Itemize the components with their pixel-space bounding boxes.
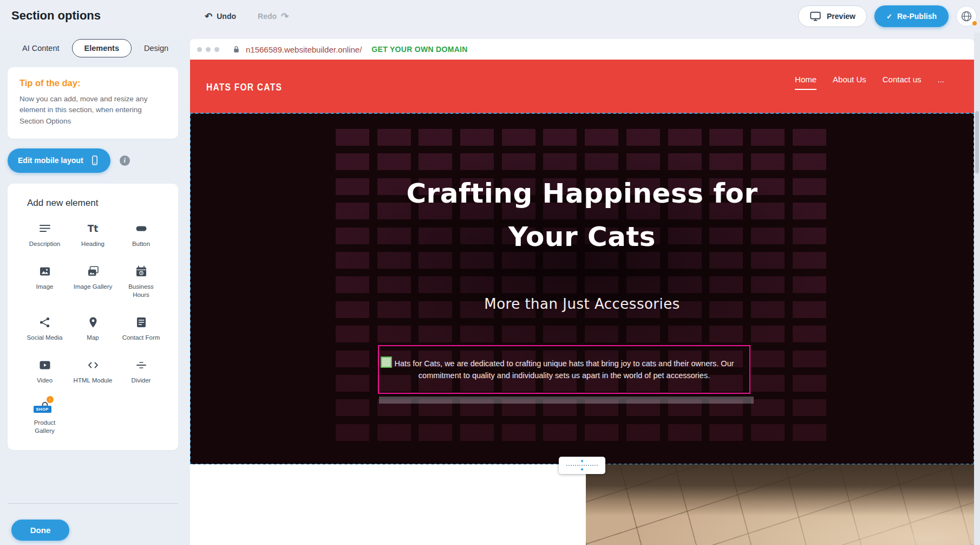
element-label: Divider: [132, 377, 151, 385]
element-item-description[interactable]: Description: [21, 222, 69, 248]
map-icon: [87, 315, 100, 329]
browser-bar: n1566589.websitebuilder.online/ GET YOUR…: [190, 39, 974, 60]
element-label: Image Gallery: [74, 283, 113, 291]
divider-icon: [135, 358, 148, 372]
lock-icon: [232, 45, 240, 54]
element-label: Map: [87, 334, 99, 342]
contact-form-icon: [135, 315, 148, 329]
get-domain-link[interactable]: GET YOUR OWN DOMAIN: [371, 45, 467, 54]
undo-icon: ↶: [205, 12, 212, 21]
hero-heading-line1: Crafting Happiness for: [190, 172, 974, 215]
element-item-heading[interactable]: Tt Heading: [69, 222, 117, 248]
sidebar-divider: [8, 503, 178, 504]
notification-dot: [972, 21, 977, 25]
nav-item-home[interactable]: Home: [795, 75, 816, 90]
check-icon: ✓: [886, 12, 892, 21]
arrow-down-icon: ▼: [580, 459, 584, 464]
tab-design[interactable]: Design: [137, 39, 175, 57]
preview-label: Preview: [827, 12, 855, 21]
site-canvas: n1566589.websitebuilder.online/ GET YOUR…: [190, 33, 980, 545]
element-item-video[interactable]: Video: [21, 358, 69, 385]
element-grid: Description Tt Heading Button Image: [8, 209, 178, 436]
upgrade-badge-icon: ↑: [47, 396, 54, 403]
element-label: Business Hours: [122, 283, 161, 299]
scrollbar-thumb[interactable]: [975, 111, 979, 173]
html-code-icon: [87, 358, 100, 372]
section-resize-handle[interactable]: ▼ ▲: [559, 457, 605, 474]
hero-paragraph-selected[interactable]: Hats for Cats, we are dedicated to craft…: [378, 345, 750, 394]
tip-body: Now you can add, move and resize any ele…: [19, 94, 166, 127]
element-item-html-module[interactable]: HTML Module: [69, 358, 117, 385]
heading-icon: Tt: [88, 222, 99, 236]
element-label: Image: [36, 283, 54, 291]
globe-icon: [960, 10, 973, 23]
edit-mobile-label: Edit mobile layout: [18, 156, 83, 165]
nav-more-ellipsis[interactable]: ...: [937, 75, 944, 89]
site-url: n1566589.websitebuilder.online/: [246, 45, 362, 54]
undo-label: Undo: [217, 12, 236, 21]
element-label: Social Media: [27, 334, 63, 342]
hero-shade-overlay: [190, 113, 974, 464]
element-label: Video: [37, 377, 53, 385]
monitor-icon: [809, 10, 821, 22]
edit-mobile-layout-button[interactable]: Edit mobile layout: [8, 148, 110, 173]
browser-dot: [214, 47, 219, 52]
mobile-layout-row: Edit mobile layout i: [8, 148, 178, 173]
resize-dotted-line: [566, 465, 598, 466]
republish-button[interactable]: ✓ Re-Publish: [874, 5, 949, 27]
element-item-product-gallery[interactable]: SHOP ↑ Product Gallery: [21, 400, 69, 435]
tab-ai-content[interactable]: AI Content: [15, 39, 67, 57]
preview-button[interactable]: Preview: [798, 5, 867, 27]
nav-item-about[interactable]: About Us: [833, 75, 866, 89]
element-item-button[interactable]: Button: [117, 222, 165, 248]
arrow-up-icon: ▲: [580, 467, 584, 471]
image-gallery-icon: [87, 264, 100, 278]
history-controls: ↶ Undo Redo ↷: [205, 0, 289, 33]
language-globe-button[interactable]: [956, 6, 977, 27]
element-label: Button: [132, 240, 150, 248]
redo-label: Redo: [258, 12, 277, 21]
scrollbar-track: [974, 33, 980, 545]
done-button[interactable]: Done: [11, 520, 69, 541]
info-icon[interactable]: i: [120, 155, 130, 166]
element-item-business-hours[interactable]: Business Hours: [117, 264, 165, 299]
floor-photo: [586, 464, 974, 545]
element-item-social-media[interactable]: Social Media: [21, 315, 69, 342]
element-item-image[interactable]: Image: [21, 264, 69, 299]
mobile-phone-icon: [89, 154, 100, 166]
element-label: HTML Module: [74, 377, 113, 385]
hero-heading[interactable]: Crafting Happiness for Your Cats: [190, 172, 974, 258]
browser-dot: [206, 47, 211, 52]
element-label: Heading: [81, 240, 104, 248]
description-icon: [38, 222, 51, 236]
add-element-card: Add new element Description Tt Heading B…: [8, 184, 178, 451]
nav-item-contact[interactable]: Contact us: [883, 75, 922, 89]
hero-heading-line2: Your Cats: [190, 215, 974, 258]
element-item-image-gallery[interactable]: Image Gallery: [69, 264, 117, 299]
sidebar-tabs: AI Content Elements Design: [0, 33, 190, 57]
undo-button[interactable]: ↶ Undo: [205, 12, 236, 21]
hero-paragraph-text: Hats for Cats, we are dedicated to craft…: [384, 358, 744, 382]
button-icon: [135, 222, 148, 236]
page-title: Section options: [11, 9, 101, 23]
element-label: Product Gallery: [25, 419, 64, 435]
site-nav: Home About Us Contact us ...: [795, 75, 944, 90]
redo-button[interactable]: Redo ↷: [258, 12, 289, 21]
product-gallery-icon: SHOP ↑: [38, 400, 52, 414]
site-logo[interactable]: HATS FOR CATS: [206, 81, 282, 93]
element-item-contact-form[interactable]: Contact Form: [117, 315, 165, 342]
tip-of-the-day-card: Tip of the day: Now you can add, move an…: [8, 67, 178, 139]
business-hours-icon: [135, 264, 148, 278]
next-section: [190, 464, 974, 545]
element-label: Description: [29, 240, 61, 248]
element-item-divider[interactable]: Divider: [117, 358, 165, 385]
element-item-map[interactable]: Map: [69, 315, 117, 342]
redo-icon: ↷: [281, 12, 289, 21]
drag-handle[interactable]: [381, 356, 392, 368]
browser-dots: [190, 47, 219, 52]
hero-subheading[interactable]: More than Just Accessories: [190, 296, 974, 312]
hero-section-selected[interactable]: Crafting Happiness for Your Cats More th…: [190, 113, 974, 464]
site-header: HATS FOR CATS Home About Us Contact us .…: [190, 60, 974, 113]
element-label: Contact Form: [122, 334, 160, 342]
tab-elements[interactable]: Elements: [72, 39, 132, 57]
